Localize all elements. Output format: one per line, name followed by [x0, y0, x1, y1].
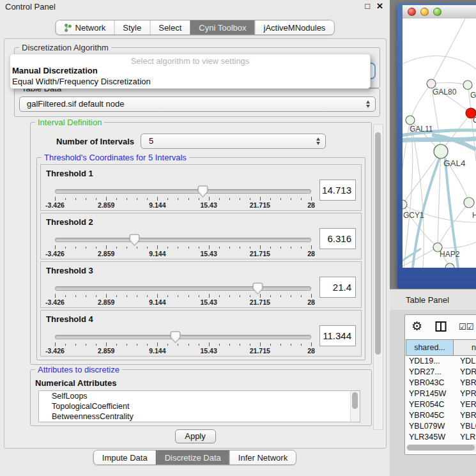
network-edge[interactable]: [431, 19, 465, 84]
scale-tick-label: -3.426: [45, 201, 65, 209]
scale-tick-label: 28: [307, 201, 315, 209]
network-edge[interactable]: [431, 82, 468, 85]
scale-tick-label: -3.426: [45, 298, 65, 306]
threshold-slider[interactable]: -3.4262.8599.14415.4321.71528: [55, 187, 311, 208]
attributes-to-discretize-group: Attributes to discretize Numerical Attri…: [30, 369, 372, 426]
control-panel-window: Control Panel □ ✕ NetworkStyleSelectCyni…: [0, 0, 390, 476]
minimize-traffic-light-icon[interactable]: [420, 8, 429, 16]
scale-tick-label: -3.426: [45, 347, 65, 355]
tab-select[interactable]: Select: [150, 20, 190, 35]
node-label: GAL4: [443, 158, 466, 168]
threshold-slider[interactable]: -3.4262.8599.14415.4321.71528: [55, 332, 311, 354]
network-node[interactable]: [403, 200, 407, 209]
threshold-value-field[interactable]: 14.713: [319, 180, 356, 201]
slider-handle[interactable]: [170, 331, 181, 344]
algorithm-option[interactable]: Manual Discretization: [10, 66, 370, 77]
scale-tick-label: 2.859: [98, 298, 114, 306]
close-traffic-light-icon[interactable]: [408, 8, 416, 16]
numerical-attributes-label: Numerical Attributes: [35, 378, 116, 388]
network-edge[interactable]: [438, 242, 476, 248]
node-table-card: ⚙ ☑☑ shared... n YDL19...YDL1YDR27...YDR…: [404, 314, 476, 455]
slider-handle[interactable]: [252, 282, 263, 295]
threshold-card: Threshold 2-3.4262.8599.14415.4321.71528…: [40, 213, 362, 259]
table-row[interactable]: YDR27...YDR2: [406, 367, 476, 378]
interval-definition-group: Interval Definition Number of Intervals …: [30, 122, 372, 365]
close-window-icon[interactable]: ✕: [376, 1, 383, 11]
gear-icon[interactable]: ⚙: [411, 319, 422, 334]
table-row[interactable]: YDL19...YDL1: [406, 356, 476, 367]
scale-tick-label: 9.144: [149, 298, 165, 306]
panel-scrollbar[interactable]: [373, 124, 383, 430]
slider-handle[interactable]: [197, 185, 208, 198]
numerical-attributes-list: SelfLoopsTopologicalCoefficientBetweenne…: [38, 390, 360, 422]
tab-style[interactable]: Style: [114, 20, 150, 35]
algorithm-dropdown-popup: Select algorithm to view settings Manual…: [10, 54, 371, 89]
table-header-row: shared... n: [406, 339, 476, 356]
right-region: GAL80GAL11GAL4GCY1HHAP2GAC Table Panel ⚙…: [390, 0, 476, 476]
table-row[interactable]: YLR345WYLR3: [406, 432, 476, 443]
tab-label: Impute Data: [102, 453, 148, 463]
number-of-intervals-combobox[interactable]: 5: [141, 134, 326, 149]
algorithm-option[interactable]: Equal Width/Frequency Discretization: [10, 77, 370, 88]
threshold-slider[interactable]: -3.4262.8599.14415.4321.71528: [55, 284, 311, 305]
threshold-value-field[interactable]: 21.4: [319, 277, 356, 298]
tab-label: Style: [123, 23, 141, 33]
cyni-toolbox-panel: Discretization Algorithm Select algorith…: [4, 38, 387, 449]
zoom-traffic-light-icon[interactable]: [433, 8, 441, 16]
group-title: Discretization Algorithm: [19, 43, 111, 52]
network-edge[interactable]: [403, 56, 476, 69]
scale-tick-label: 9.144: [149, 347, 165, 355]
attribute-item[interactable]: BetweennessCentrality: [39, 411, 360, 422]
threshold-card: Threshold 1-3.4262.8599.14415.4321.71528…: [40, 164, 362, 211]
tab-label: jActiveMNodules: [264, 23, 326, 33]
threshold-coordinates-group: Threshold's Coordinates for 5 Intervals …: [36, 157, 365, 360]
network-edge[interactable]: [438, 151, 441, 247]
table-row[interactable]: YBL079WYBL0: [406, 421, 476, 432]
tab-infer-network[interactable]: Infer Network: [229, 450, 296, 464]
bottom-tab-bar: Impute DataDiscretize DataInfer Network: [93, 450, 296, 465]
network-canvas[interactable]: GAL80GAL11GAL4GCY1HHAP2GAC: [403, 19, 476, 268]
table-row[interactable]: YPR145WYPR1: [406, 388, 476, 399]
group-title: Interval Definition: [35, 118, 104, 127]
scale-tick-label: 28: [307, 250, 315, 257]
column-header-shared-name[interactable]: shared...: [406, 339, 454, 356]
scale-tick-label: 15.43: [200, 347, 217, 355]
table-row[interactable]: YBR045CYBR0: [406, 410, 476, 421]
checkboxes-icon[interactable]: ☑☑: [459, 322, 473, 332]
apply-button[interactable]: Apply: [175, 429, 216, 443]
table-row[interactable]: YER054CYER0: [406, 399, 476, 410]
network-node[interactable]: [445, 263, 454, 268]
attribute-item[interactable]: TopologicalCoefficient: [39, 401, 360, 411]
network-node[interactable]: [463, 81, 472, 89]
tab-impute-data[interactable]: Impute Data: [94, 450, 156, 464]
table-horizontal-scrollbar[interactable]: [406, 444, 476, 451]
network-node[interactable]: [427, 79, 436, 88]
scale-tick-label: 9.144: [149, 201, 165, 209]
scale-tick-label: -3.426: [45, 250, 65, 257]
table-row[interactable]: YBR043CYBR0: [406, 378, 476, 388]
slider-handle[interactable]: [129, 234, 140, 247]
tab-jactivemnodules[interactable]: jActiveMNodules: [255, 20, 334, 35]
threshold-value-field[interactable]: 11.344: [319, 325, 356, 346]
table-data-combobox[interactable]: galFiltered.sif default node: [19, 96, 376, 112]
attribute-item[interactable]: SelfLoops: [39, 391, 360, 401]
column-header-name[interactable]: n: [454, 339, 476, 356]
group-title: Attributes to discretize: [35, 365, 122, 374]
network-edge[interactable]: [410, 84, 431, 120]
float-window-icon[interactable]: □: [365, 1, 370, 11]
threshold-label: Threshold 2: [46, 217, 93, 227]
network-node[interactable]: [464, 197, 474, 208]
list-scrollbar[interactable]: [350, 391, 360, 422]
network-edge[interactable]: [403, 139, 476, 141]
scale-tick-label: 21.715: [250, 250, 270, 257]
node-label: GAL11: [410, 125, 433, 134]
threshold-value-field[interactable]: 6.316: [319, 228, 356, 249]
tab-cyni-toolbox[interactable]: Cyni Toolbox: [190, 20, 254, 35]
network-node[interactable]: [406, 116, 415, 125]
threshold-slider[interactable]: -3.4262.8599.14415.4321.71528: [55, 235, 311, 257]
threshold-label: Threshold 3: [46, 266, 93, 275]
tab-network[interactable]: Network: [56, 20, 114, 35]
network-node[interactable]: [434, 144, 448, 158]
tab-discretize-data[interactable]: Discretize Data: [156, 450, 229, 464]
columns-icon[interactable]: [435, 321, 447, 335]
